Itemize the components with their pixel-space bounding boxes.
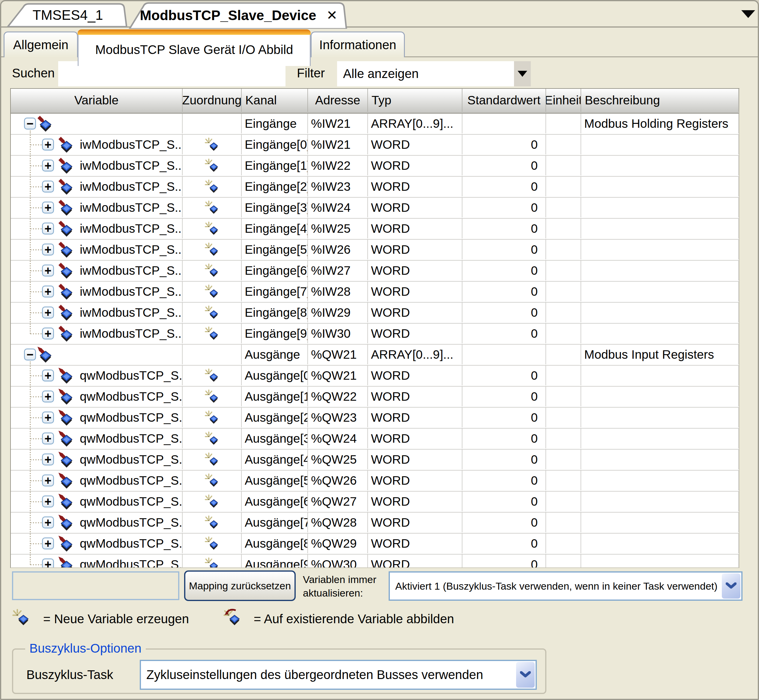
expand-icon[interactable]: + bbox=[42, 306, 54, 319]
expand-icon[interactable]: + bbox=[42, 411, 54, 423]
dropdown-arrow-icon[interactable] bbox=[514, 61, 531, 86]
typ-cell: ARRAY[0...9]... bbox=[368, 114, 462, 133]
new-variable-mapping-icon bbox=[205, 430, 220, 447]
doc-tab-modbustcp-slave-device[interactable]: ModbusTCP_Slave_Device ✕ bbox=[127, 2, 350, 29]
table-row[interactable]: +qwModbusTCP_S...Ausgänge[1]%QW22WORD0 bbox=[11, 387, 739, 408]
column-header-standardwert[interactable]: Standardwert bbox=[462, 89, 546, 112]
table-row[interactable]: +qwModbusTCP_S...Ausgänge[7]%QW28WORD0 bbox=[11, 512, 739, 534]
expand-icon[interactable]: + bbox=[42, 558, 54, 568]
standardwert-cell: 0 bbox=[462, 177, 546, 197]
expand-icon[interactable]: + bbox=[42, 159, 54, 172]
io-mapping-table: VariableZuordnungKanalAdresseTypStandard… bbox=[10, 88, 740, 568]
reset-mapping-button[interactable]: Mapping zurücksetzen bbox=[184, 570, 296, 601]
expand-icon[interactable]: + bbox=[42, 202, 54, 214]
adresse-cell: %QW24 bbox=[308, 428, 368, 448]
column-header-einheit[interactable]: Einheit bbox=[546, 89, 581, 112]
table-row[interactable]: +iwModbusTCP_S...Eingänge[3]%IW24WORD0 bbox=[11, 198, 739, 219]
column-header-variable[interactable]: Variable bbox=[11, 89, 183, 112]
close-icon[interactable]: ✕ bbox=[326, 9, 338, 22]
group-row[interactable]: −Eingänge%IW21ARRAY[0...9]...Modbus Hold… bbox=[11, 114, 739, 135]
expand-icon[interactable]: + bbox=[42, 495, 54, 508]
expand-icon[interactable]: + bbox=[42, 433, 54, 444]
table-row[interactable]: +qwModbusTCP_S...Ausgänge[6]%QW27WORD0 bbox=[11, 492, 739, 512]
column-header-kanal[interactable]: Kanal bbox=[242, 89, 308, 112]
bus-cycle-task-dropdown[interactable]: Zykluseinstellungen des übergeordneten B… bbox=[140, 660, 537, 690]
table-row[interactable]: +iwModbusTCP_S...Eingänge[0]%IW21WORD0 bbox=[11, 135, 739, 156]
always-update-dropdown[interactable]: Aktiviert 1 (Buszyklus-Task verwenden, w… bbox=[389, 571, 742, 601]
table-row[interactable]: +qwModbusTCP_S...Ausgänge[8]%QW29WORD0 bbox=[11, 534, 739, 555]
variable-name: qwModbusTCP_S... bbox=[80, 428, 183, 448]
table-row[interactable]: +iwModbusTCP_S...Eingänge[6]%IW27WORD0 bbox=[11, 261, 739, 281]
new-variable-mapping-icon bbox=[205, 493, 220, 509]
column-header-typ[interactable]: Typ bbox=[368, 89, 462, 112]
expand-icon[interactable]: + bbox=[42, 139, 54, 150]
expand-icon[interactable]: + bbox=[42, 328, 54, 339]
group-row[interactable]: −Ausgänge%QW21ARRAY[0...9]...Modbus Inpu… bbox=[11, 345, 739, 366]
chevron-down-icon[interactable] bbox=[516, 662, 535, 688]
beschreibung-cell bbox=[581, 240, 739, 259]
variable-name: qwModbusTCP_S... bbox=[80, 450, 183, 469]
adresse-cell: %IW21 bbox=[308, 135, 368, 155]
output-variable-icon bbox=[58, 514, 75, 532]
tab-informationen[interactable]: Informationen bbox=[311, 31, 405, 57]
table-row[interactable]: +qwModbusTCP_S...Ausgänge[4]%QW25WORD0 bbox=[11, 450, 739, 470]
typ-cell: WORD bbox=[368, 492, 462, 511]
filter-value: Alle anzeigen bbox=[337, 67, 514, 81]
table-row[interactable]: +iwModbusTCP_S...Eingänge[8]%IW29WORD0 bbox=[11, 303, 739, 323]
map-existing-variable-icon bbox=[223, 608, 242, 627]
tab-label: ModbusTCP Slave Gerät I/O Abbild bbox=[95, 42, 293, 57]
einheit-cell bbox=[546, 387, 581, 406]
table-row[interactable]: +iwModbusTCP_S...Eingänge[1]%IW22WORD0 bbox=[11, 156, 739, 177]
standardwert-cell bbox=[462, 345, 546, 364]
table-row[interactable]: +qwModbusTCP_S...Ausgänge[0]%QW21WORD0 bbox=[11, 366, 739, 387]
kanal-cell: Eingänge[6] bbox=[242, 261, 308, 280]
variable-name: iwModbusTCP_S... bbox=[80, 135, 183, 155]
groupbox-title: Buszyklus-Optionen bbox=[25, 641, 146, 656]
table-row[interactable]: +iwModbusTCP_S...Eingänge[9]%IW30WORD0 bbox=[11, 323, 739, 345]
tab-io-abbild-active[interactable]: ModbusTCP Slave Gerät I/O Abbild bbox=[78, 30, 311, 66]
dropdown-value: Zykluseinstellungen des übergeordneten B… bbox=[141, 667, 515, 682]
expand-icon[interactable]: + bbox=[42, 286, 54, 297]
expand-icon[interactable]: + bbox=[42, 369, 54, 381]
doc-tab-tmses4-1[interactable]: TMSES4_1 bbox=[6, 3, 130, 27]
collapse-icon[interactable]: − bbox=[24, 117, 36, 130]
column-header-beschreibung[interactable]: Beschreibung bbox=[581, 89, 739, 112]
einheit-cell bbox=[546, 366, 581, 385]
table-row[interactable]: +qwModbusTCP_S...Ausgänge[3]%QW24WORD0 bbox=[11, 428, 739, 450]
table-header: VariableZuordnungKanalAdresseTypStandard… bbox=[11, 89, 739, 114]
new-variable-legend: = Neue Variable erzeugen bbox=[43, 612, 189, 626]
table-row[interactable]: +iwModbusTCP_S...Eingänge[2]%IW23WORD0 bbox=[11, 177, 739, 198]
expand-icon[interactable]: + bbox=[42, 244, 54, 256]
table-row[interactable]: +iwModbusTCP_S...Eingänge[7]%IW28WORD0 bbox=[11, 281, 739, 303]
table-row[interactable]: +iwModbusTCP_S...Eingänge[5]%IW26WORD0 bbox=[11, 240, 739, 261]
chevron-down-icon[interactable] bbox=[722, 573, 740, 598]
filter-dropdown[interactable]: Alle anzeigen bbox=[337, 61, 531, 86]
new-variable-mapping-icon bbox=[205, 325, 220, 342]
expand-icon[interactable]: + bbox=[42, 453, 54, 466]
mapping-cell bbox=[183, 219, 242, 238]
table-row[interactable]: +qwModbusTCP_S...Ausgänge[2]%QW23WORD0 bbox=[11, 408, 739, 428]
column-header-zuordnung[interactable]: Zuordnung bbox=[183, 89, 242, 112]
new-variable-mapping-icon bbox=[205, 241, 220, 258]
tab-allgemein[interactable]: Allgemein bbox=[4, 31, 78, 57]
expand-icon[interactable]: + bbox=[42, 475, 54, 486]
table-row[interactable]: +qwModbusTCP_S...Ausgänge[9]%QW30WORD0 bbox=[11, 555, 739, 568]
column-header-adresse[interactable]: Adresse bbox=[308, 89, 368, 112]
expand-icon[interactable]: + bbox=[42, 516, 54, 528]
beschreibung-cell bbox=[581, 219, 739, 238]
new-variable-icon bbox=[12, 608, 31, 627]
table-row[interactable]: +iwModbusTCP_S...Eingänge[4]%IW25WORD0 bbox=[11, 219, 739, 240]
mapping-cell bbox=[183, 240, 242, 259]
table-row[interactable]: +qwModbusTCP_S...Ausgänge[5]%QW26WORD0 bbox=[11, 470, 739, 492]
collapse-icon[interactable]: − bbox=[24, 348, 36, 361]
adresse-cell: %QW29 bbox=[308, 534, 368, 553]
expand-icon[interactable]: + bbox=[42, 264, 54, 277]
expand-icon[interactable]: + bbox=[42, 538, 54, 550]
expand-icon[interactable]: + bbox=[42, 181, 54, 192]
variable-name: qwModbusTCP_S... bbox=[80, 534, 183, 553]
expand-icon[interactable]: + bbox=[42, 391, 54, 403]
dropdown-value: Aktiviert 1 (Buszyklus-Task verwenden, w… bbox=[390, 580, 721, 592]
input-variable-icon bbox=[58, 200, 75, 217]
expand-icon[interactable]: + bbox=[42, 222, 54, 234]
tab-list-dropdown-icon[interactable] bbox=[741, 10, 755, 18]
